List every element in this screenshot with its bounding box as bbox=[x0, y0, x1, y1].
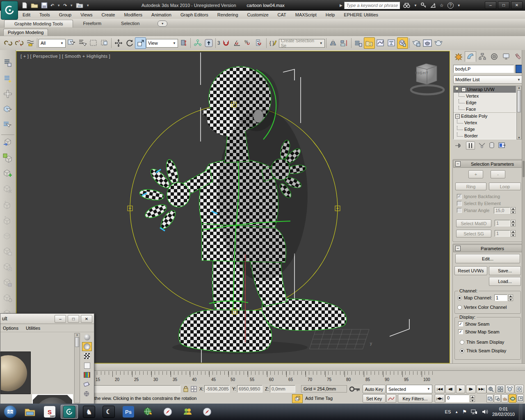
render-setup-icon[interactable] bbox=[411, 37, 422, 49]
tray-language[interactable]: ES bbox=[445, 409, 451, 414]
go-to-start-icon[interactable]: |◀◀ bbox=[435, 385, 445, 393]
create-panel-tab[interactable] bbox=[453, 51, 464, 62]
zoom-icon[interactable] bbox=[486, 385, 495, 393]
grow-selection-button[interactable]: + bbox=[468, 170, 483, 178]
redo-dropdown-icon[interactable]: ▼ bbox=[70, 4, 73, 7]
selected-key-mode-dropdown[interactable]: Selected▼ bbox=[386, 385, 432, 393]
rectangular-selection-region-icon[interactable] bbox=[88, 37, 99, 49]
stack-item-edge[interactable]: Edge bbox=[454, 99, 516, 106]
align-icon[interactable] bbox=[339, 37, 350, 49]
make-unique-icon[interactable] bbox=[478, 142, 486, 149]
matid-spinner[interactable] bbox=[511, 220, 516, 226]
thin-seam-display-radio[interactable]: Thin Seam Display bbox=[460, 340, 504, 345]
planar-angle-field[interactable]: 15,0 bbox=[494, 207, 510, 214]
selection-lock-icon[interactable] bbox=[183, 386, 189, 393]
mated-close-button[interactable]: ✕ bbox=[81, 315, 92, 323]
mated-menu-options[interactable]: Options bbox=[3, 326, 18, 331]
key-mode-toggle-icon[interactable]: |◀▶| bbox=[435, 394, 445, 403]
x-coordinate-field[interactable]: -5936,2085 bbox=[204, 385, 230, 393]
tray-network-icon[interactable] bbox=[471, 409, 477, 415]
menu-group[interactable]: Group bbox=[55, 11, 76, 18]
stack-scrollbar[interactable]: ▲ ▼ bbox=[516, 86, 522, 139]
application-menu-button[interactable] bbox=[1, 1, 18, 20]
sample-type-icon[interactable] bbox=[82, 333, 92, 342]
angle-snap-toggle-icon[interactable] bbox=[232, 37, 243, 49]
collapse-down-icon[interactable] bbox=[2, 199, 14, 211]
window-maximize-button[interactable]: □ bbox=[498, 1, 509, 9]
show-desktop-button[interactable] bbox=[519, 404, 523, 420]
project-folder-icon[interactable] bbox=[76, 2, 83, 9]
select-and-rotate-icon[interactable] bbox=[124, 37, 135, 49]
named-selection-sets-dropdown[interactable]: Create Selection Se▼ bbox=[279, 39, 325, 48]
menu-help[interactable]: Help bbox=[321, 11, 340, 18]
command-panel-scrollbar[interactable] bbox=[522, 50, 525, 384]
planar-angle-checkbox[interactable]: Planar Angle bbox=[457, 208, 489, 213]
matid-field[interactable]: 1 bbox=[495, 220, 510, 226]
undo-dropdown-icon[interactable]: ▼ bbox=[57, 4, 60, 7]
select-by-name-icon[interactable] bbox=[77, 37, 88, 49]
box-refresh-icon[interactable] bbox=[2, 292, 14, 305]
mirror-icon[interactable] bbox=[328, 37, 339, 49]
ribbon-tab-freeform[interactable]: Freeform bbox=[73, 20, 111, 27]
material-editor-window[interactable]: ult – □ ✕ Options Utilities bbox=[0, 313, 94, 404]
taskbar-sbp-app[interactable]: SSBP bbox=[41, 405, 58, 419]
reference-coordinate-dropdown[interactable]: View▼ bbox=[146, 39, 178, 48]
taskbar-globe-app[interactable] bbox=[139, 405, 157, 419]
menu-customize[interactable]: Customize bbox=[243, 11, 273, 18]
maxscript-mini-listener[interactable] bbox=[94, 385, 180, 393]
ring-button[interactable]: Ring bbox=[455, 183, 486, 190]
select-cube-icon[interactable] bbox=[2, 103, 14, 116]
orbit-icon[interactable] bbox=[509, 394, 516, 403]
material-slot-1[interactable] bbox=[0, 352, 31, 394]
communication-center-icon[interactable] bbox=[430, 2, 436, 8]
viewcube[interactable] bbox=[411, 64, 444, 94]
taskbar-app-dark1[interactable]: ♞ bbox=[80, 405, 98, 419]
collapse-minus-icon[interactable]: − bbox=[461, 87, 466, 92]
search-options-dropdown-icon[interactable]: ▼ bbox=[414, 4, 417, 7]
layer-manager-icon[interactable] bbox=[353, 37, 364, 49]
window-minimize-button[interactable]: – bbox=[485, 1, 496, 9]
stack-item-border[interactable]: Border bbox=[454, 132, 516, 139]
mated-menu-utilities[interactable]: Utilities bbox=[26, 326, 40, 331]
preview-selection-icon[interactable] bbox=[2, 57, 14, 69]
infocenter-expand-icon[interactable]: ▶ bbox=[340, 3, 342, 7]
start-button[interactable] bbox=[2, 405, 19, 419]
ignore-backfacing-checkbox[interactable]: ✓Ignore Backfacing bbox=[457, 194, 500, 199]
add-plus-icon[interactable] bbox=[2, 88, 14, 100]
mated-scrollbar[interactable]: ▲ bbox=[74, 333, 80, 403]
save-file-icon[interactable] bbox=[41, 2, 48, 9]
keyboard-shortcut-override-icon[interactable] bbox=[203, 37, 214, 49]
collapse-up-icon[interactable] bbox=[2, 215, 14, 227]
planar-angle-spinner[interactable] bbox=[511, 207, 516, 214]
zoom-extents-all-icon[interactable] bbox=[515, 385, 524, 393]
taskbar-photoshop[interactable]: Ps bbox=[120, 405, 137, 419]
hierarchy-panel-tab[interactable] bbox=[477, 51, 488, 62]
load-uvws-button[interactable]: Load... bbox=[489, 277, 521, 286]
play-animation-icon[interactable]: ▶ bbox=[456, 385, 465, 393]
viewcube-face-label[interactable]: RIGHT bbox=[415, 71, 429, 75]
menu-create[interactable]: Create bbox=[97, 11, 119, 18]
map-channel-radio[interactable]: Map Channel: bbox=[457, 295, 492, 300]
menu-rendering[interactable]: Rendering bbox=[213, 11, 243, 18]
sg-field[interactable]: 1 bbox=[495, 230, 510, 237]
graphite-ribbon-toggle-icon[interactable] bbox=[364, 37, 375, 49]
menu-graph-editors[interactable]: Graph Editors bbox=[176, 11, 213, 18]
time-configuration-icon[interactable] bbox=[486, 394, 493, 403]
zoom-all-icon[interactable] bbox=[496, 385, 505, 393]
stack-item-vertex2[interactable]: Vertex bbox=[454, 119, 516, 126]
undo-icon[interactable]: ↶ bbox=[50, 3, 54, 8]
stack-item-face[interactable]: Face bbox=[454, 106, 516, 112]
viewport-label[interactable]: [ + ] [ Perspective ] [ Smooth + Highlig… bbox=[21, 54, 110, 59]
maximize-viewport-toggle-icon[interactable] bbox=[517, 394, 524, 403]
select-and-scale-icon[interactable] bbox=[135, 37, 146, 49]
box-modifier-icon[interactable] bbox=[2, 246, 14, 258]
stack-item-vertex[interactable]: Vertex bbox=[454, 93, 516, 99]
curve-editor-icon[interactable] bbox=[375, 37, 386, 49]
pan-hand-icon[interactable] bbox=[501, 394, 508, 403]
open-file-icon[interactable] bbox=[31, 2, 38, 9]
add-time-tag[interactable]: Add Time Tag bbox=[305, 395, 346, 402]
backlight-icon[interactable] bbox=[82, 342, 92, 351]
zoom-extents-icon[interactable] bbox=[505, 385, 514, 393]
render-production-icon[interactable] bbox=[433, 37, 444, 49]
tray-action-center-flag-icon[interactable]: ⚑ bbox=[462, 409, 467, 415]
